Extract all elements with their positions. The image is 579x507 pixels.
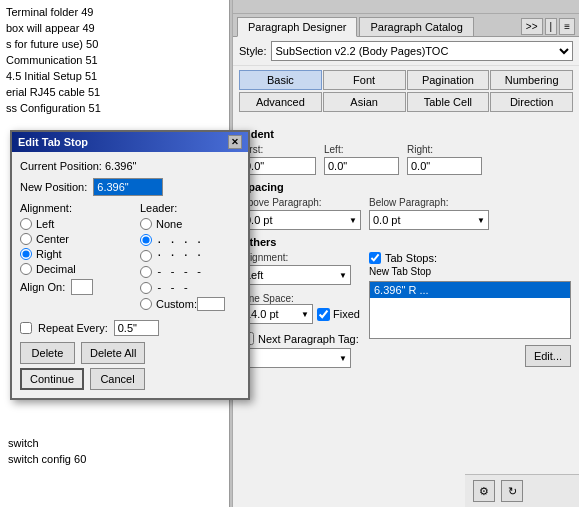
leader-custom-label: Custom: <box>156 298 197 310</box>
para-bottom-toolbar: ⚙ ↻ Rename Update Style Apply <box>465 474 579 507</box>
align-decimal-option[interactable]: Decimal <box>20 263 120 275</box>
line-space-label: Line Space: <box>241 293 361 304</box>
below-para-value: 0.0 pt <box>373 214 477 226</box>
above-para-group: Above Paragraph: 0.0 pt ▼ <box>241 197 361 230</box>
align-left-radio[interactable] <box>20 218 32 230</box>
refresh-icon: ↻ <box>508 485 517 498</box>
refresh-icon-button[interactable]: ↻ <box>501 480 523 502</box>
sub-tab-advanced[interactable]: Advanced <box>239 92 322 112</box>
align-on-input[interactable] <box>71 279 93 295</box>
new-position-input[interactable] <box>93 178 163 196</box>
leader-dash2-radio[interactable] <box>140 282 152 294</box>
leader-none-option[interactable]: None <box>140 218 240 230</box>
fixed-checkbox[interactable] <box>317 308 330 321</box>
dialog-titlebar: Edit Tab Stop ✕ <box>12 132 248 152</box>
fixed-label: Fixed <box>333 308 360 320</box>
line-space-row: 14.0 pt ▼ Fixed <box>241 304 361 324</box>
align-decimal-label: Decimal <box>36 263 76 275</box>
style-select[interactable]: SubSection v2.2 (Body Pages)TOC <box>271 41 573 61</box>
sub-tab-direction[interactable]: Direction <box>490 92 573 112</box>
doc-bottom-line-1: switch <box>4 435 86 451</box>
leader-custom-radio[interactable] <box>140 298 152 310</box>
doc-line-3: s for future use) 50 <box>2 36 227 52</box>
repeat-row: Repeat Every: <box>20 320 240 336</box>
dialog-buttons-2: Continue Cancel <box>20 368 240 390</box>
indent-left-input[interactable] <box>324 157 399 175</box>
delete-button[interactable]: Delete <box>20 342 75 364</box>
tab-stops-listbox[interactable]: 6.396" R ... <box>369 281 571 339</box>
leader-dots2-radio[interactable] <box>140 250 152 262</box>
sub-tab-asian[interactable]: Asian <box>323 92 406 112</box>
tab-paragraph-designer[interactable]: Paragraph Designer <box>237 17 357 37</box>
next-para-arrow: ▼ <box>339 354 347 363</box>
next-para-label: Next Paragraph Tag: <box>258 333 359 345</box>
new-tab-stop-label: New Tab Stop <box>369 266 571 277</box>
continue-button[interactable]: Continue <box>20 368 84 390</box>
repeat-checkbox[interactable] <box>20 322 32 334</box>
leader-dash1-option[interactable]: - - - - <box>140 265 240 278</box>
below-para-label: Below Paragraph: <box>369 197 489 208</box>
style-label: Style: <box>239 45 267 57</box>
leader-dots1-option[interactable]: . . . . <box>140 233 240 246</box>
tab-menu-button[interactable]: ≡ <box>559 18 575 35</box>
leader-group: Leader: None . . . . · · · · - - - - <box>140 202 240 314</box>
align-center-option[interactable]: Center <box>20 233 120 245</box>
delete-all-button[interactable]: Delete All <box>81 342 145 364</box>
align-decimal-radio[interactable] <box>20 263 32 275</box>
align-right-radio[interactable] <box>20 248 32 260</box>
repeat-input[interactable] <box>114 320 159 336</box>
settings-icon-button[interactable]: ⚙ <box>473 480 495 502</box>
leader-none-label: None <box>156 218 182 230</box>
para-scrollbar[interactable] <box>233 0 579 14</box>
settings-icon: ⚙ <box>479 485 489 498</box>
line-space-dropdown[interactable]: 14.0 pt ▼ <box>241 304 313 324</box>
current-position-value: 6.396" <box>105 160 136 172</box>
next-para-dropdown[interactable]: ▼ <box>241 348 351 368</box>
tab-more-button[interactable]: >> <box>521 18 543 35</box>
sub-tab-pagination[interactable]: Pagination <box>407 70 490 90</box>
tab-stops-checkbox[interactable] <box>369 252 381 264</box>
sub-tab-table-cell[interactable]: Table Cell <box>407 92 490 112</box>
align-left-option[interactable]: Left <box>20 218 120 230</box>
below-para-dropdown[interactable]: 0.0 pt ▼ <box>369 210 489 230</box>
align-on-label: Align On: <box>20 281 65 293</box>
align-on-row: Align On: <box>20 279 120 295</box>
above-para-value: 0.0 pt <box>245 214 349 226</box>
cancel-button[interactable]: Cancel <box>90 368 145 390</box>
tab-separator-button[interactable]: | <box>545 18 558 35</box>
para-tab-strip: Paragraph Designer Paragraph Catalog >> … <box>233 14 579 37</box>
line-space-section: Line Space: 14.0 pt ▼ Fixed <box>241 293 361 324</box>
doc-line-2: box will appear 49 <box>2 20 227 36</box>
indent-right-label: Right: <box>407 144 482 155</box>
leader-dash1-radio[interactable] <box>140 266 152 278</box>
alignment-dropdown[interactable]: Left ▼ <box>241 265 351 285</box>
others-title: Others <box>241 236 571 248</box>
spacing-title: Spacing <box>241 181 571 193</box>
align-center-radio[interactable] <box>20 233 32 245</box>
sub-tabs-row1: Basic Font Pagination Numbering <box>233 66 579 90</box>
sub-tab-numbering[interactable]: Numbering <box>490 70 573 90</box>
tab-stop-item-1[interactable]: 6.396" R ... <box>370 282 570 298</box>
indent-right-input[interactable] <box>407 157 482 175</box>
sub-tab-basic[interactable]: Basic <box>239 70 322 90</box>
fixed-row: Fixed <box>317 308 360 321</box>
leader-custom-input[interactable] <box>197 297 225 311</box>
above-para-dropdown[interactable]: 0.0 pt ▼ <box>241 210 361 230</box>
leader-none-radio[interactable] <box>140 218 152 230</box>
leader-dash2-option[interactable]: - - - <box>140 281 240 294</box>
alignment-group: Alignment: Left Center Right Decimal <box>20 202 120 314</box>
align-right-option[interactable]: Right <box>20 248 120 260</box>
indent-first-input[interactable] <box>241 157 316 175</box>
next-para-checkbox-row: Next Paragraph Tag: <box>241 332 361 345</box>
leader-dots2-option[interactable]: · · · · <box>140 249 240 262</box>
dialog-close-button[interactable]: ✕ <box>228 135 242 149</box>
edit-tab-stop-button[interactable]: Edit... <box>525 345 571 367</box>
sub-tab-font[interactable]: Font <box>323 70 406 90</box>
tab-paragraph-catalog[interactable]: Paragraph Catalog <box>359 17 473 36</box>
doc-line-1: Terminal folder 49 <box>2 4 227 20</box>
doc-line-6: erial RJ45 cable 51 <box>2 84 227 100</box>
edit-tabstop-dialog: Edit Tab Stop ✕ Current Position: 6.396"… <box>10 130 250 400</box>
leader-custom-option[interactable]: Custom: <box>140 297 240 311</box>
below-para-arrow: ▼ <box>477 216 485 225</box>
leader-dots1-radio[interactable] <box>140 234 152 246</box>
